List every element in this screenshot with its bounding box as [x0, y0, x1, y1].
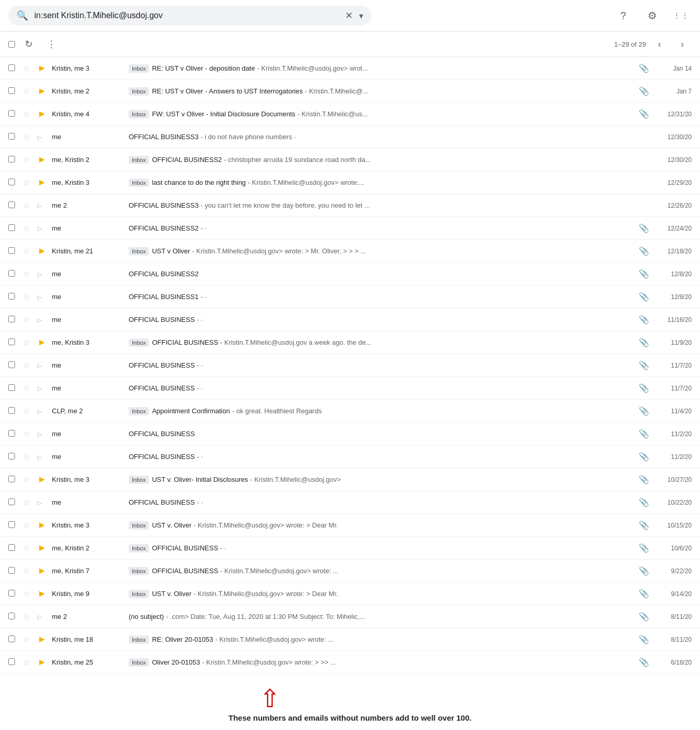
star-button[interactable]: ☆ [23, 497, 33, 507]
email-checkbox[interactable] [8, 521, 15, 528]
sender-name: me [52, 498, 125, 506]
email-row[interactable]: ☆▹meOFFICIAL BUSINESS- ·📎11/2/20 [0, 445, 700, 468]
email-checkbox[interactable] [8, 430, 15, 437]
checkbox-col [8, 133, 19, 141]
apps-button[interactable]: ⋮⋮ [671, 5, 692, 26]
email-checkbox[interactable] [8, 498, 15, 505]
star-button[interactable]: ☆ [23, 292, 33, 302]
star-button[interactable]: ☆ [23, 360, 33, 370]
next-page-button[interactable]: › [673, 35, 692, 53]
star-button[interactable]: ☆ [23, 657, 33, 667]
email-snippet: - i do not have phone numbers · [201, 133, 296, 141]
email-row[interactable]: ☆►Kristin, me 25InboxOliver 20-01053- Kr… [0, 651, 700, 674]
settings-button[interactable]: ⚙ [642, 5, 663, 26]
email-checkbox[interactable] [8, 247, 15, 254]
email-row[interactable]: ☆▹meOFFICIAL BUSINESS2- ·📎12/24/20 [0, 217, 700, 240]
email-subject: UST v. Oliver [152, 590, 191, 598]
star-button[interactable]: ☆ [23, 475, 33, 484]
email-row[interactable]: ☆▹meOFFICIAL BUSINESS- ·📎10/22/20 [0, 491, 700, 514]
email-row[interactable]: ☆►me, Kristin 3Inboxlast chance to do th… [0, 171, 700, 194]
email-row[interactable]: ☆►Kristin, me 2InboxRE: UST v Oliver - A… [0, 80, 700, 103]
help-button[interactable]: ? [613, 5, 634, 26]
email-row[interactable]: ☆▹meOFFICIAL BUSINESS2📎12/8/20 [0, 263, 700, 286]
email-row[interactable]: ☆►me, Kristin 2InboxOFFICIAL BUSINESS- ·… [0, 537, 700, 560]
email-row[interactable]: ☆►Kristin, me 21InboxUST v Oliver- Krist… [0, 240, 700, 263]
email-row[interactable]: ☆▹me 2(no subject)- .com> Date: Tue, Aug… [0, 605, 700, 628]
star-button[interactable]: ☆ [23, 452, 33, 462]
email-row[interactable]: ☆▹meOFFICIAL BUSINESS- ·📎11/7/20 [0, 354, 700, 377]
star-button[interactable]: ☆ [23, 543, 33, 553]
email-checkbox[interactable] [8, 201, 15, 208]
subject-snippet: OFFICIAL BUSINESS3- you can't let me kno… [129, 201, 635, 209]
email-checkbox[interactable] [8, 110, 15, 117]
email-checkbox[interactable] [8, 361, 15, 368]
email-row[interactable]: ☆▹meOFFICIAL BUSINESS1- ·📎12/8/20 [0, 286, 700, 308]
prev-page-button[interactable]: ‹ [650, 35, 669, 53]
clear-icon[interactable]: ✕ [345, 10, 353, 21]
star-button[interactable]: ☆ [23, 634, 33, 644]
search-bar[interactable]: 🔍 ✕ ▾ [8, 6, 372, 25]
star-button[interactable]: ☆ [23, 269, 33, 279]
star-button[interactable]: ☆ [23, 246, 33, 256]
star-button[interactable]: ☆ [23, 315, 33, 325]
star-button[interactable]: ☆ [23, 612, 33, 621]
email-checkbox[interactable] [8, 658, 15, 665]
email-checkbox[interactable] [8, 407, 15, 414]
email-row[interactable]: ☆►Kristin, me 4InboxFW: UST v Oliver - I… [0, 103, 700, 126]
star-button[interactable]: ☆ [23, 223, 33, 233]
search-input[interactable] [34, 11, 339, 20]
email-row[interactable]: ☆►me, Kristin 2InboxOFFICIAL BUSINESS2- … [0, 148, 700, 171]
thread-arrow-col: ▹ [37, 451, 48, 463]
email-checkbox[interactable] [8, 590, 15, 597]
star-button[interactable]: ☆ [23, 589, 33, 599]
star-button[interactable]: ☆ [23, 383, 33, 393]
star-button[interactable]: ☆ [23, 155, 33, 165]
email-checkbox[interactable] [8, 64, 15, 71]
star-button[interactable]: ☆ [23, 132, 33, 142]
email-checkbox[interactable] [8, 636, 15, 642]
star-button[interactable]: ☆ [23, 429, 33, 439]
email-row[interactable]: ☆▹me 2OFFICIAL BUSINESS3- you can't let … [0, 194, 700, 217]
email-checkbox[interactable] [8, 133, 15, 140]
email-checkbox[interactable] [8, 339, 15, 345]
star-icon: ☆ [23, 224, 30, 233]
email-row[interactable]: ☆▹meOFFICIAL BUSINESS- ·📎11/16/20 [0, 308, 700, 331]
email-row[interactable]: ☆►Kristin, me 3InboxRE: UST v Oliver - d… [0, 57, 700, 80]
email-checkbox[interactable] [8, 613, 15, 619]
email-row[interactable]: ☆►Kristin, me 3InboxUST v. Oliver- Initi… [0, 468, 700, 491]
star-button[interactable]: ☆ [23, 109, 33, 119]
email-row[interactable]: ☆▹meOFFICIAL BUSINESS📎11/2/20 [0, 423, 700, 445]
email-checkbox[interactable] [8, 453, 15, 459]
star-button[interactable]: ☆ [23, 63, 33, 73]
email-checkbox[interactable] [8, 179, 15, 185]
email-row[interactable]: ☆►me, Kristin 7InboxOFFICIAL BUSINESS- K… [0, 560, 700, 583]
star-button[interactable]: ☆ [23, 200, 33, 210]
star-button[interactable]: ☆ [23, 520, 33, 530]
email-checkbox[interactable] [8, 293, 15, 300]
select-all-checkbox[interactable] [8, 41, 15, 48]
refresh-button[interactable]: ↻ [19, 35, 38, 53]
email-row[interactable]: ☆▹CLP, me 2InboxAppointment Confirmation… [0, 400, 700, 423]
email-checkbox[interactable] [8, 567, 15, 574]
dropdown-icon[interactable]: ▾ [359, 11, 363, 21]
star-button[interactable]: ☆ [23, 337, 33, 347]
email-row[interactable]: ☆►me, Kristin 3InboxOFFICIAL BUSINESS- K… [0, 331, 700, 354]
more-options-button[interactable]: ⋮ [42, 35, 61, 53]
email-checkbox[interactable] [8, 270, 15, 277]
email-checkbox[interactable] [8, 87, 15, 94]
email-checkbox[interactable] [8, 316, 15, 322]
star-button[interactable]: ☆ [23, 406, 33, 416]
email-checkbox[interactable] [8, 384, 15, 391]
email-row[interactable]: ☆►Kristin, me 9InboxUST v. Oliver- Krist… [0, 583, 700, 605]
email-row[interactable]: ☆▹meOFFICIAL BUSINESS- ·📎11/7/20 [0, 377, 700, 400]
star-button[interactable]: ☆ [23, 566, 33, 576]
star-button[interactable]: ☆ [23, 178, 33, 187]
star-button[interactable]: ☆ [23, 86, 33, 96]
email-checkbox[interactable] [8, 224, 15, 231]
email-checkbox[interactable] [8, 476, 15, 482]
email-checkbox[interactable] [8, 544, 15, 551]
email-row[interactable]: ☆▹meOFFICIAL BUSINESS3- i do not have ph… [0, 126, 700, 148]
email-row[interactable]: ☆►Kristin, me 3InboxUST v. Oliver- Krist… [0, 514, 700, 537]
email-checkbox[interactable] [8, 156, 15, 163]
email-row[interactable]: ☆►Kristin, me 18InboxRE: Oliver 20-01053… [0, 628, 700, 651]
